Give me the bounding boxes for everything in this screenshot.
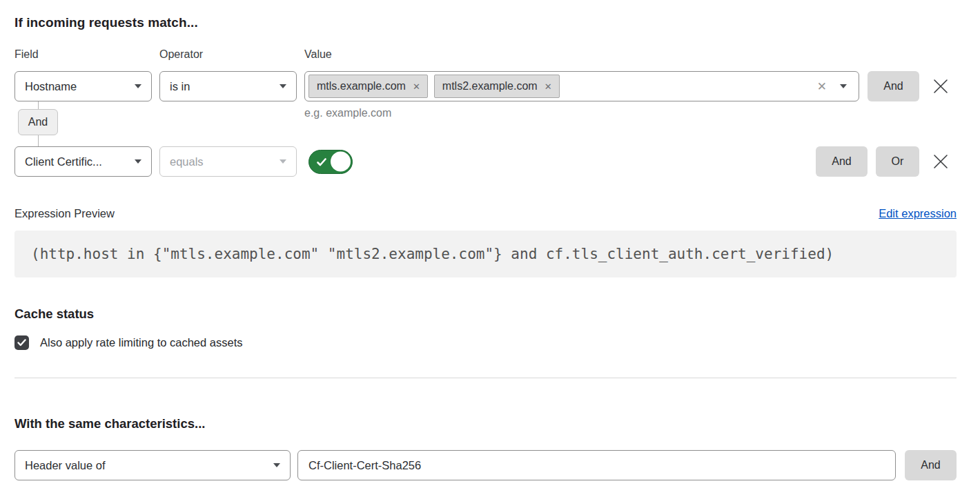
chevron-down-icon: [135, 84, 141, 88]
operator-select-1-value: is in: [170, 80, 273, 93]
value-hint-text: e.g. example.com: [304, 107, 391, 119]
expression-preview-header: Expression Preview Edit expression: [14, 207, 957, 220]
chevron-down-icon: [280, 84, 286, 88]
cache-status-heading: Cache status: [14, 306, 957, 322]
close-icon: [933, 79, 948, 94]
toggle-knob: [331, 152, 351, 172]
section-divider: [14, 378, 957, 378]
cached-assets-checkbox-label: Also apply rate limiting to cached asset…: [40, 336, 242, 349]
characteristics-row: Header value of And: [14, 450, 957, 480]
operator-label: Operator: [159, 48, 304, 61]
field-select-1-value: Hostname: [25, 80, 128, 93]
expression-preview-label: Expression Preview: [14, 207, 115, 220]
cert-verified-toggle[interactable]: [308, 150, 353, 174]
delete-condition-button[interactable]: [925, 154, 957, 169]
chevron-down-icon[interactable]: [840, 84, 847, 88]
and-connector-button[interactable]: And: [18, 109, 58, 135]
cache-checkbox-row: Also apply rate limiting to cached asset…: [14, 335, 957, 350]
chevron-down-icon: [135, 159, 141, 164]
add-or-condition-button[interactable]: Or: [876, 146, 919, 177]
rate-limiting-rule-form: If incoming requests match... Field Oper…: [0, 0, 980, 497]
close-icon: [933, 154, 948, 169]
clear-values-icon[interactable]: ✕: [817, 81, 827, 92]
connector-line: [38, 101, 39, 109]
incoming-requests-heading: If incoming requests match...: [14, 15, 957, 30]
chevron-down-icon: [273, 463, 280, 467]
header-name-input[interactable]: [297, 450, 896, 480]
chevron-down-icon: [280, 159, 286, 164]
value-tag: mtls.example.com ✕: [308, 75, 428, 98]
add-and-condition-button[interactable]: And: [868, 71, 919, 101]
field-label: Field: [14, 48, 159, 61]
field-select-1[interactable]: Hostname: [14, 71, 152, 101]
condition-connector-zone: And e.g. example.com: [14, 101, 957, 146]
match-column-labels: Field Operator Value: [14, 48, 957, 61]
field-select-2-value: Client Certific...: [25, 155, 128, 168]
connector-line: [38, 135, 39, 146]
match-row-2: Client Certific... equals And Or: [14, 146, 957, 177]
checkmark-icon: [17, 339, 26, 347]
characteristic-select-value: Header value of: [25, 459, 266, 472]
value-tag-text: mtls2.example.com: [442, 80, 538, 92]
add-and-condition-button-2[interactable]: And: [816, 146, 868, 177]
expression-code-text: (http.host in {"mtls.example.com" "mtls2…: [31, 246, 834, 262]
characteristic-select[interactable]: Header value of: [14, 450, 291, 480]
value-tag: mtls2.example.com ✕: [434, 75, 560, 98]
value-multiselect[interactable]: mtls.example.com ✕ mtls2.example.com ✕ ✕: [304, 71, 859, 101]
checkmark-icon: [317, 158, 326, 166]
operator-select-1[interactable]: is in: [159, 71, 297, 101]
edit-expression-link[interactable]: Edit expression: [879, 207, 957, 220]
value-tag-text: mtls.example.com: [317, 80, 406, 92]
operator-select-2: equals: [159, 146, 297, 177]
characteristics-heading: With the same characteristics...: [14, 416, 957, 431]
operator-select-2-value: equals: [170, 155, 273, 168]
field-select-2[interactable]: Client Certific...: [14, 146, 152, 177]
expression-code-block: (http.host in {"mtls.example.com" "mtls2…: [14, 231, 957, 277]
add-characteristic-button[interactable]: And: [905, 450, 957, 480]
remove-tag-icon[interactable]: ✕: [413, 81, 420, 92]
remove-tag-icon[interactable]: ✕: [545, 81, 552, 92]
delete-condition-button[interactable]: [925, 79, 957, 94]
value-label: Value: [304, 48, 449, 61]
match-row-1: Hostname is in mtls.example.com ✕ mtls2.…: [14, 71, 957, 101]
cached-assets-checkbox[interactable]: [14, 335, 29, 350]
